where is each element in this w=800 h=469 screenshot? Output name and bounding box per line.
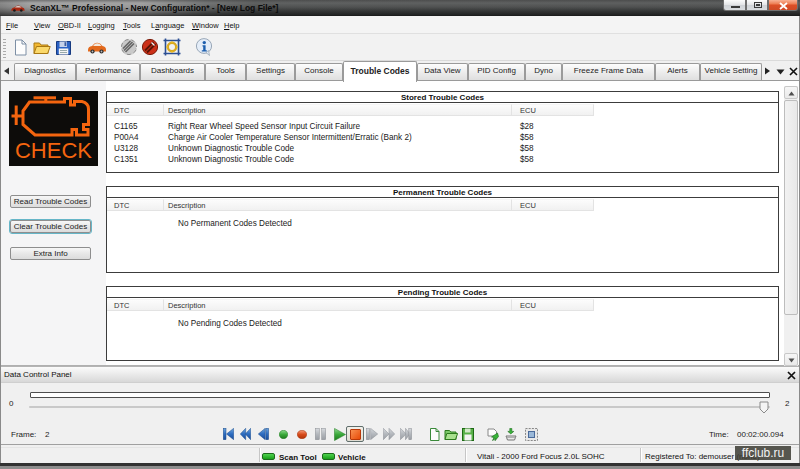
svg-text:CHECK: CHECK [15,138,92,163]
